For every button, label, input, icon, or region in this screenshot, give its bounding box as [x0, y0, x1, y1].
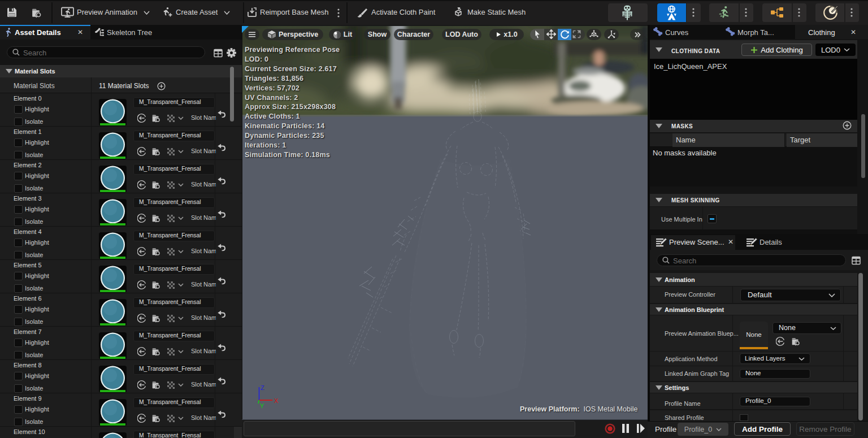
- svg-text:Y: Y: [260, 402, 264, 409]
- svg-text:X: X: [274, 397, 279, 404]
- svg-text:Z: Z: [261, 384, 264, 391]
